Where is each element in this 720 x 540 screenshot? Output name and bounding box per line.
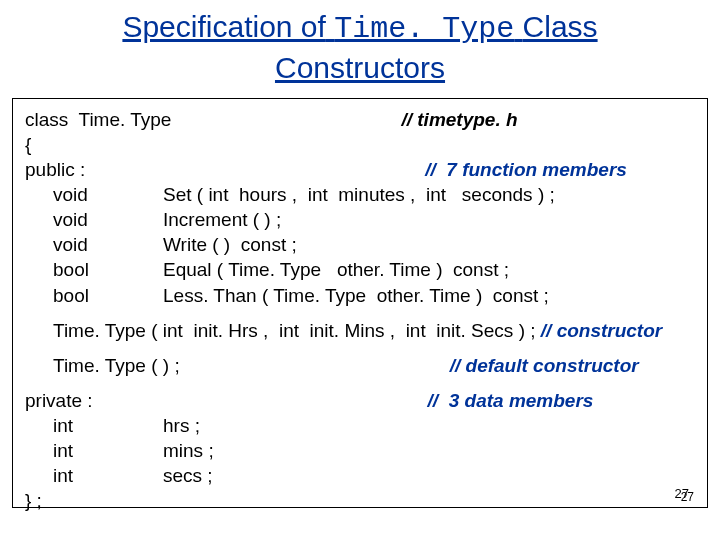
private-comment: // 3 data members: [428, 390, 594, 411]
public-line: public :// 7 function members: [25, 157, 695, 182]
type-void: void: [53, 182, 163, 207]
ctor2-comment: // default constructor: [450, 355, 639, 376]
sig-set: Set ( int hours , int minutes , int seco…: [163, 182, 555, 207]
member-secs: intsecs ;: [25, 463, 695, 488]
method-lessthan: boolLess. Than ( Time. Type other. Time …: [25, 283, 695, 308]
member-mins: intmins ;: [25, 438, 695, 463]
var-hrs: hrs ;: [163, 413, 200, 438]
sig-inc: Increment ( ) ;: [163, 207, 281, 232]
brace-close: } ;: [25, 488, 695, 513]
type-bool: bool: [53, 257, 163, 282]
method-write: voidWrite ( ) const ;: [25, 232, 695, 257]
constructor-2: Time. Type ( ) ;// default constructor: [25, 353, 695, 378]
var-mins: mins ;: [163, 438, 214, 463]
type-void: void: [53, 207, 163, 232]
header-comment: // timetype. h: [401, 109, 517, 130]
method-equal: boolEqual ( Time. Type other. Time ) con…: [25, 257, 695, 282]
private-label: private :: [25, 390, 93, 411]
title-mono: Time. Type: [334, 12, 514, 46]
title-part2: Class: [523, 10, 598, 43]
private-line: private :// 3 data members: [25, 388, 695, 413]
ctor1-sig: Time. Type ( int init. Hrs , int init. M…: [53, 320, 536, 341]
method-increment: voidIncrement ( ) ;: [25, 207, 695, 232]
code-box: class Time. Type// timetype. h { public …: [12, 98, 708, 508]
slide-title: Specification of Time. Type Class Constr…: [0, 0, 720, 92]
sig-write: Write ( ) const ;: [163, 232, 297, 257]
type-void: void: [53, 232, 163, 257]
var-secs: secs ;: [163, 463, 213, 488]
public-label: public :: [25, 159, 85, 180]
public-comment: // 7 function members: [425, 159, 627, 180]
title-part1: Specification of: [122, 10, 325, 43]
type-int: int: [53, 438, 163, 463]
ctor2-sig: Time. Type ( ) ;: [53, 355, 180, 376]
sig-equal: Equal ( Time. Type other. Time ) const ;: [163, 257, 509, 282]
code-line: class Time. Type// timetype. h: [25, 107, 695, 132]
page-number-overlay: 27: [681, 490, 694, 504]
type-bool: bool: [53, 283, 163, 308]
constructor-1: Time. Type ( int init. Hrs , int init. M…: [25, 318, 695, 343]
brace-open: {: [25, 132, 695, 157]
type-int: int: [53, 463, 163, 488]
type-int: int: [53, 413, 163, 438]
class-decl: class Time. Type: [25, 109, 171, 130]
method-set: voidSet ( int hours , int minutes , int …: [25, 182, 695, 207]
ctor1-comment: // constructor: [541, 320, 662, 341]
title-part3: Constructors: [275, 51, 445, 84]
sig-less: Less. Than ( Time. Type other. Time ) co…: [163, 283, 549, 308]
member-hrs: inthrs ;: [25, 413, 695, 438]
